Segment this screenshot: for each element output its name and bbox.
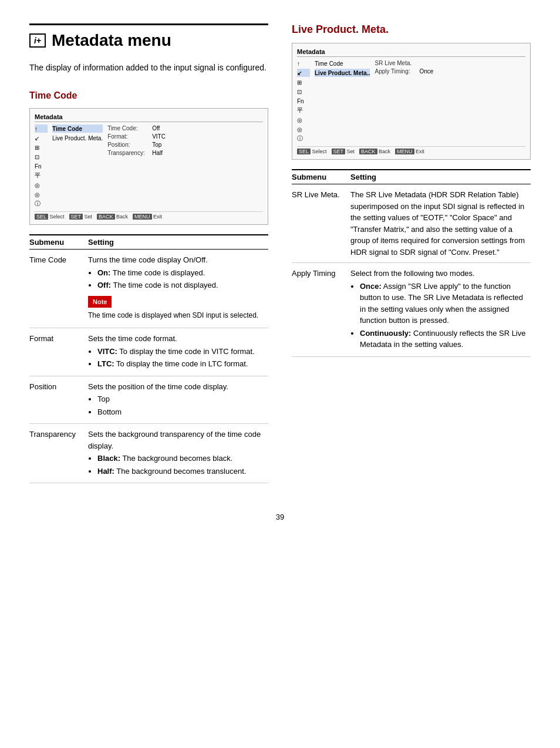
- menu-value-val-1: VITC: [152, 133, 166, 140]
- th-submenu: Submenu: [29, 235, 88, 250]
- td-submenu-timecode: Time Code: [29, 250, 88, 328]
- left-column: i+ Metadata menu The display of informat…: [29, 23, 268, 495]
- menu-value-label-1: Format:: [107, 133, 149, 140]
- menu-icon-live-5: ◎: [297, 116, 310, 124]
- menu-footer-live: SEL Select SET Set BACK Back MENU Exit: [297, 146, 525, 154]
- menu-icon-live-1: ↙: [297, 69, 310, 77]
- section-heading-timecode: Time Code: [29, 90, 268, 101]
- menu-value-label-2: Position:: [107, 141, 149, 148]
- menu-value-row-1: Format: VITC: [107, 133, 166, 140]
- menu-icon-5: ◎: [35, 181, 48, 189]
- menu-value-val-0: Off: [152, 125, 160, 132]
- list-item: VITC: To display the time code in VITC f…: [97, 346, 264, 358]
- menu-value-val-3: Half: [152, 150, 163, 156]
- td-setting-format: Sets the time code format. VITC: To disp…: [88, 328, 268, 376]
- table-row: SR Live Meta. The SR Live Metadata (HDR …: [292, 184, 531, 263]
- th-setting: Setting: [88, 235, 268, 250]
- footer-btn-live-menu: MENU: [395, 149, 414, 154]
- menu-icon-7: ⓘ: [35, 200, 48, 208]
- setting-intro: Sets the background transparency of the …: [88, 430, 261, 450]
- menu-icon-3: ⊡: [35, 153, 48, 161]
- menu-icon-live-fn: Fn: [297, 97, 310, 105]
- two-column-layout: i+ Metadata menu The display of informat…: [29, 23, 531, 495]
- td-submenu-transparency: Transparency: [29, 424, 88, 483]
- menu-value-row-0: Time Code: Off: [107, 124, 166, 132]
- menu-icons-col-live: ↑ ↙ ⊞ ⊡ Fn 平 ◎ ◎ ⓘ: [297, 59, 310, 143]
- menu-label-live-1: Live Product. Meta..: [315, 69, 370, 77]
- menu-footer-timecode: SEL Select SET Set BACK Back MENU Exit: [35, 211, 263, 220]
- menu-value-row-live-1: Apply Timing: Once: [375, 68, 433, 75]
- td-setting-timecode: Turns the time code display On/Off. On: …: [88, 250, 268, 328]
- setting-intro: Sets the time code format.: [88, 334, 177, 343]
- page-number: 39: [29, 513, 531, 521]
- menu-value-label-0: Time Code:: [107, 125, 149, 132]
- table-row: Transparency Sets the background transpa…: [29, 424, 268, 483]
- menu-label-live-0: Time Code: [315, 59, 370, 68]
- td-submenu-srlive: SR Live Meta.: [292, 184, 350, 263]
- list-item: Half: The background becomes translucent…: [97, 466, 264, 477]
- menu-icon-fn: Fn: [35, 162, 48, 170]
- menu-icon-live-2: ⊞: [297, 78, 310, 86]
- table-row: Format Sets the time code format. VITC: …: [29, 328, 268, 376]
- menu-icon-1: ↙: [35, 134, 48, 142]
- menu-icon-4: 平: [35, 171, 48, 180]
- right-column: Live Product. Meta. Metadata ↑ ↙ ⊞ ⊡ Fn …: [292, 23, 531, 495]
- menu-value-val-2: Top: [152, 141, 161, 148]
- menu-value-val-live-1: Once: [419, 68, 433, 75]
- list-item: Top: [97, 393, 264, 405]
- setting-list: VITC: To display the time code in VITC f…: [97, 346, 264, 370]
- td-submenu-format: Format: [29, 328, 88, 376]
- list-item: Black: The background becomes black.: [97, 453, 264, 464]
- title-icon: i+: [29, 33, 46, 48]
- section-heading-live-product: Live Product. Meta.: [292, 23, 531, 36]
- menu-icon-0: ↑: [35, 124, 48, 133]
- td-setting-srlive: The SR Live Metadata (HDR SDR Relation T…: [350, 184, 531, 263]
- intro-text: The display of information added to the …: [29, 62, 268, 74]
- setting-list: Top Bottom: [97, 393, 264, 417]
- setting-intro: Turns the time code display On/Off.: [88, 255, 208, 264]
- menu-icon-live-3: ⊡: [297, 87, 310, 96]
- list-item: On: The time code is displayed.: [97, 267, 264, 279]
- menu-box-timecode: Metadata ↑ ↙ ⊞ ⊡ Fn 平 ◎ ◎ ⓘ Time Code: [29, 108, 268, 225]
- td-submenu-applytiming: Apply Timing: [292, 263, 350, 357]
- note-text: The time code is displayed when SDI inpu…: [88, 310, 264, 321]
- timecode-table: Submenu Setting Time Code Turns the time…: [29, 234, 268, 483]
- menu-box-live: Metadata ↑ ↙ ⊞ ⊡ Fn 平 ◎ ◎ ⓘ Time Code: [292, 43, 531, 160]
- list-item: Bottom: [97, 406, 264, 418]
- table-row: Position Sets the position of the time c…: [29, 376, 268, 424]
- menu-value-row-3: Transparency: Half: [107, 149, 166, 157]
- menu-icon-live-7: ⓘ: [297, 134, 310, 143]
- menu-box-inner-live: ↑ ↙ ⊞ ⊡ Fn 平 ◎ ◎ ⓘ Time Code Live Produc…: [297, 59, 525, 143]
- th-submenu-live: Submenu: [292, 170, 350, 184]
- page-title: Metadata menu: [52, 31, 171, 50]
- menu-icon-live-4: 平: [297, 106, 310, 114]
- footer-btn-live-back: BACK: [359, 149, 377, 154]
- page-title-row: i+ Metadata menu: [29, 23, 268, 50]
- note-label: Note: [88, 296, 112, 308]
- td-setting-applytiming: Select from the following two modes. Onc…: [350, 263, 531, 357]
- menu-label-1: Live Product. Meta.: [52, 134, 103, 142]
- footer-btn-sel: SEL: [35, 214, 48, 220]
- td-setting-transparency: Sets the background transparency of the …: [88, 424, 268, 483]
- footer-btn-set: SET: [69, 214, 83, 220]
- setting-list: Once: Assign "SR Live apply" to the func…: [360, 281, 526, 351]
- menu-labels-col: Time Code Live Product. Meta.: [52, 124, 103, 208]
- table-row: Apply Timing Select from the following t…: [292, 263, 531, 357]
- menu-icons-col: ↑ ↙ ⊞ ⊡ Fn 平 ◎ ◎ ⓘ: [35, 124, 48, 208]
- menu-icon-live-6: ◎: [297, 125, 310, 133]
- menu-value-row-live-0: SR Live Meta.: [375, 59, 433, 67]
- page-content: i+ Metadata menu The display of informat…: [29, 23, 531, 521]
- footer-btn-live-sel: SEL: [297, 149, 311, 154]
- setting-intro: Sets the position of the time code displ…: [88, 382, 228, 391]
- menu-box-title-live: Metadata: [297, 48, 525, 57]
- list-item: Off: The time code is not displayed.: [97, 279, 264, 291]
- menu-box-title: Metadata: [35, 113, 263, 122]
- setting-intro: Select from the following two modes.: [350, 269, 475, 278]
- menu-value-label-3: Transparency:: [107, 150, 149, 156]
- menu-labels-col-live: Time Code Live Product. Meta..: [315, 59, 370, 143]
- footer-btn-back: BACK: [97, 214, 115, 220]
- menu-icon-2: ⊞: [35, 143, 48, 151]
- menu-box-inner: ↑ ↙ ⊞ ⊡ Fn 平 ◎ ◎ ⓘ Time Code Live Produc…: [35, 124, 263, 208]
- menu-values-col: Time Code: Off Format: VITC Position: To…: [107, 124, 166, 208]
- menu-value-row-2: Position: Top: [107, 141, 166, 149]
